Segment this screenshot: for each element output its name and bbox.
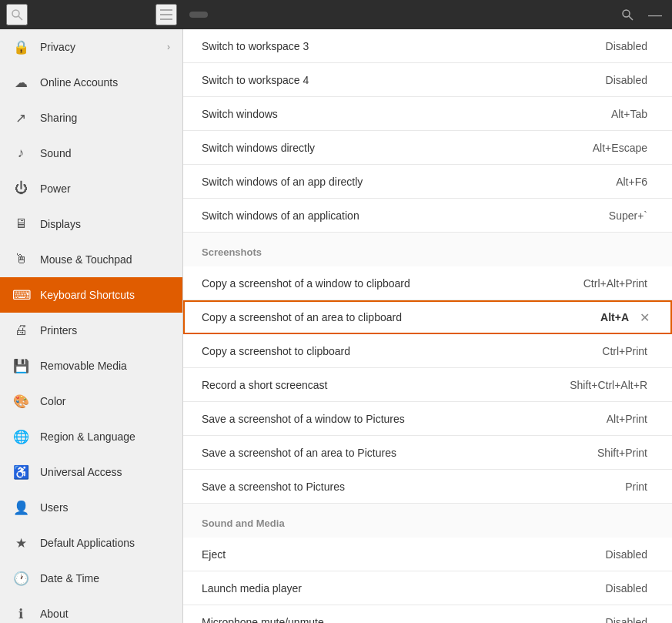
content-area: Switch to workspace 3DisabledSwitch to w…: [183, 29, 672, 623]
table-row[interactable]: Switch windows of an app directlyAlt+F6: [183, 165, 672, 199]
shortcut-name: Switch windows: [202, 108, 611, 120]
minimize-button[interactable]: —: [644, 4, 666, 25]
sidebar-label-mouse-touchpad: Mouse & Touchpad: [40, 253, 170, 266]
sidebar-label-online-accounts: Online Accounts: [40, 76, 170, 89]
shortcut-name: Copy a screenshot to clipboard: [202, 345, 602, 357]
sidebar-label-users: Users: [40, 501, 170, 514]
date-time-icon: 🕐: [12, 571, 29, 587]
close-shortcut-button[interactable]: ✕: [635, 308, 654, 327]
shortcut-name: Microphone mute/unmute: [202, 616, 606, 624]
sidebar-item-date-time[interactable]: 🕐Date & Time: [0, 561, 182, 596]
table-row[interactable]: EjectDisabled: [183, 538, 672, 571]
sidebar-item-privacy[interactable]: 🔒Privacy›: [0, 29, 182, 65]
titlebar-left: [0, 4, 183, 25]
table-row[interactable]: Switch to workspace 4Disabled: [183, 63, 672, 97]
sidebar-label-sound: Sound: [40, 147, 170, 159]
sidebar-item-sound[interactable]: ♪Sound: [0, 136, 182, 171]
group-header-sound-and-media: Sound and Media: [183, 504, 672, 538]
sidebar-item-displays[interactable]: 🖥Displays: [0, 206, 182, 242]
shortcut-name: Switch to workspace 4: [202, 74, 606, 86]
group-header-label: Sound and Media: [202, 517, 654, 529]
privacy-icon: 🔒: [12, 39, 29, 55]
sidebar-label-printers: Printers: [40, 324, 170, 337]
sidebar-label-power: Power: [40, 183, 170, 195]
table-row[interactable]: Record a short screencastShift+Ctrl+Alt+…: [183, 368, 672, 402]
sidebar-item-keyboard-shortcuts[interactable]: ⌨Keyboard Shortcuts: [0, 277, 182, 313]
table-row[interactable]: Copy a screenshot of a window to clipboa…: [183, 266, 672, 300]
default-applications-icon: ★: [12, 535, 29, 551]
group-header-screenshots: Screenshots: [183, 233, 672, 266]
sidebar-item-online-accounts[interactable]: ☁Online Accounts: [0, 65, 182, 100]
reset-all-button[interactable]: [189, 12, 208, 18]
search-icon-right[interactable]: [617, 4, 638, 25]
shortcut-name: Launch media player: [202, 582, 606, 595]
sidebar-label-sharing: Sharing: [40, 112, 170, 124]
titlebar-right: —: [183, 4, 672, 25]
shortcuts-list: Switch to workspace 3DisabledSwitch to w…: [183, 29, 672, 623]
chevron-icon: ›: [167, 42, 170, 52]
shortcut-name: Switch windows of an application: [202, 209, 609, 222]
sidebar-item-users[interactable]: 👤Users: [0, 490, 182, 525]
sidebar-item-region-language[interactable]: 🌐Region & Language: [0, 419, 182, 454]
about-icon: ℹ: [12, 606, 29, 622]
removable-media-icon: 💾: [12, 358, 29, 374]
sidebar-item-printers[interactable]: 🖨Printers: [0, 313, 182, 348]
table-row[interactable]: Switch windows directlyAlt+Escape: [183, 131, 672, 165]
sharing-icon: ↗: [12, 110, 29, 126]
table-row[interactable]: Copy a screenshot to clipboardCtrl+Print: [183, 334, 672, 368]
shortcut-key: Alt+A: [600, 311, 629, 323]
shortcut-name: Copy a screenshot of an area to clipboar…: [202, 311, 600, 323]
shortcut-name: Record a short screencast: [202, 379, 570, 391]
sidebar-item-removable-media[interactable]: 💾Removable Media: [0, 348, 182, 384]
users-icon: 👤: [12, 500, 29, 516]
shortcut-key: Shift+Ctrl+Alt+R: [570, 379, 647, 391]
svg-point-5: [623, 10, 630, 17]
universal-access-icon: ♿: [12, 464, 29, 481]
shortcut-key: Super+`: [609, 209, 647, 222]
online-accounts-icon: ☁: [12, 75, 29, 91]
sidebar-item-power[interactable]: ⏻Power: [0, 171, 182, 206]
shortcut-key: Alt+Print: [607, 413, 647, 425]
sidebar-label-default-applications: Default Applications: [40, 537, 170, 549]
sidebar-label-date-time: Date & Time: [40, 572, 170, 584]
sidebar-item-mouse-touchpad[interactable]: 🖱Mouse & Touchpad: [0, 242, 182, 277]
mouse-touchpad-icon: 🖱: [12, 252, 29, 267]
shortcut-name: Eject: [202, 548, 606, 561]
table-row[interactable]: Switch windows of an applicationSuper+`: [183, 199, 672, 233]
titlebar: —: [0, 0, 672, 29]
shortcut-key: Disabled: [606, 74, 647, 86]
sidebar-label-privacy: Privacy: [40, 41, 156, 53]
sidebar-item-sharing[interactable]: ↗Sharing: [0, 100, 182, 136]
svg-point-0: [12, 10, 19, 17]
shortcut-key: Alt+Tab: [611, 108, 647, 120]
sidebar: 🔒Privacy›☁Online Accounts↗Sharing♪Sound⏻…: [0, 29, 183, 623]
table-row[interactable]: Microphone mute/unmuteDisabled: [183, 605, 672, 623]
shortcut-name: Save a screenshot of an area to Pictures: [202, 447, 597, 459]
shortcut-name: Copy a screenshot of a window to clipboa…: [202, 277, 583, 290]
shortcut-key: Alt+F6: [616, 176, 647, 188]
sidebar-item-color[interactable]: 🎨Color: [0, 384, 182, 419]
menu-icon[interactable]: [155, 4, 177, 25]
svg-rect-3: [160, 14, 172, 15]
table-row[interactable]: Save a screenshot of an area to Pictures…: [183, 436, 672, 470]
shortcut-key: Shift+Print: [597, 447, 647, 459]
main-layout: 🔒Privacy›☁Online Accounts↗Sharing♪Sound⏻…: [0, 29, 672, 623]
sound-icon: ♪: [12, 146, 29, 161]
printers-icon: 🖨: [12, 323, 29, 338]
sidebar-label-color: Color: [40, 395, 170, 407]
table-row[interactable]: Save a screenshot to PicturesPrint: [183, 470, 672, 504]
table-row[interactable]: Save a screenshot of a window to Picture…: [183, 402, 672, 436]
sidebar-item-default-applications[interactable]: ★Default Applications: [0, 525, 182, 561]
shortcut-key: Alt+Escape: [593, 142, 647, 154]
keyboard-shortcuts-icon: ⌨: [12, 287, 29, 303]
sidebar-item-universal-access[interactable]: ♿Universal Access: [0, 454, 182, 490]
sidebar-label-about: About: [40, 608, 170, 620]
table-row[interactable]: Switch windowsAlt+Tab: [183, 97, 672, 131]
table-row[interactable]: Switch to workspace 3Disabled: [183, 29, 672, 63]
shortcut-name: Save a screenshot of a window to Picture…: [202, 413, 607, 425]
displays-icon: 🖥: [12, 216, 29, 232]
table-row[interactable]: Launch media playerDisabled: [183, 571, 672, 605]
search-icon-left[interactable]: [6, 4, 28, 25]
table-row[interactable]: Copy a screenshot of an area to clipboar…: [183, 300, 672, 334]
sidebar-item-about[interactable]: ℹAbout: [0, 596, 182, 623]
